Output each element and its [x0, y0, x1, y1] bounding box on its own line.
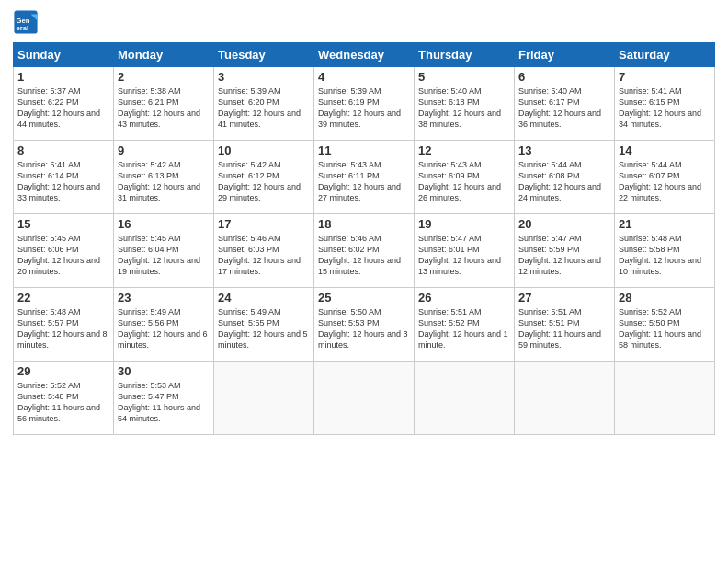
- week-row-2: 8Sunrise: 5:41 AM Sunset: 6:14 PM Daylig…: [14, 141, 715, 214]
- day-number: 2: [118, 70, 210, 84]
- day-cell: 9Sunrise: 5:42 AM Sunset: 6:13 PM Daylig…: [114, 141, 214, 214]
- day-cell: 7Sunrise: 5:41 AM Sunset: 6:15 PM Daylig…: [615, 67, 715, 141]
- day-cell: [515, 362, 615, 435]
- day-cell: 6Sunrise: 5:40 AM Sunset: 6:17 PM Daylig…: [515, 67, 615, 141]
- day-info: Sunrise: 5:43 AM Sunset: 6:09 PM Dayligh…: [418, 159, 510, 204]
- day-number: 9: [118, 144, 210, 157]
- day-number: 13: [518, 144, 610, 157]
- day-cell: 2Sunrise: 5:38 AM Sunset: 6:21 PM Daylig…: [114, 67, 214, 141]
- week-row-4: 22Sunrise: 5:48 AM Sunset: 5:57 PM Dayli…: [14, 288, 715, 362]
- calendar-table: SundayMondayTuesdayWednesdayThursdayFrid…: [13, 42, 715, 435]
- day-cell: 17Sunrise: 5:46 AM Sunset: 6:03 PM Dayli…: [214, 214, 314, 288]
- day-info: Sunrise: 5:48 AM Sunset: 5:57 PM Dayligh…: [17, 306, 109, 351]
- day-info: Sunrise: 5:46 AM Sunset: 6:03 PM Dayligh…: [218, 233, 310, 278]
- day-info: Sunrise: 5:42 AM Sunset: 6:13 PM Dayligh…: [118, 159, 210, 204]
- day-cell: 21Sunrise: 5:48 AM Sunset: 5:58 PM Dayli…: [615, 214, 715, 288]
- day-number: 8: [17, 144, 109, 157]
- day-cell: 19Sunrise: 5:47 AM Sunset: 6:01 PM Dayli…: [415, 214, 515, 288]
- day-info: Sunrise: 5:53 AM Sunset: 5:47 PM Dayligh…: [118, 380, 210, 425]
- day-cell: 10Sunrise: 5:42 AM Sunset: 6:12 PM Dayli…: [214, 141, 314, 214]
- day-info: Sunrise: 5:44 AM Sunset: 6:07 PM Dayligh…: [619, 159, 711, 204]
- day-info: Sunrise: 5:39 AM Sunset: 6:20 PM Dayligh…: [218, 86, 310, 131]
- day-number: 10: [218, 144, 310, 157]
- day-cell: [415, 362, 515, 435]
- day-number: 29: [17, 364, 109, 378]
- col-header-wednesday: Wednesday: [314, 43, 415, 67]
- logo: Gen eral: [13, 9, 41, 35]
- day-number: 15: [17, 217, 109, 231]
- day-number: 16: [118, 217, 210, 231]
- day-number: 28: [619, 291, 711, 304]
- day-cell: 8Sunrise: 5:41 AM Sunset: 6:14 PM Daylig…: [14, 141, 114, 214]
- day-cell: [314, 362, 415, 435]
- day-cell: [214, 362, 314, 435]
- day-number: 3: [218, 70, 310, 84]
- day-number: 27: [518, 291, 610, 304]
- day-info: Sunrise: 5:40 AM Sunset: 6:17 PM Dayligh…: [518, 86, 610, 131]
- day-number: 25: [318, 291, 410, 304]
- day-number: 6: [518, 70, 610, 84]
- day-number: 18: [318, 217, 410, 231]
- day-info: Sunrise: 5:39 AM Sunset: 6:19 PM Dayligh…: [318, 86, 410, 131]
- col-header-thursday: Thursday: [415, 43, 515, 67]
- day-cell: 3Sunrise: 5:39 AM Sunset: 6:20 PM Daylig…: [214, 67, 314, 141]
- calendar-container: Gen eral SundayMondayTuesdayWednesdayThu…: [0, 0, 728, 444]
- day-cell: 13Sunrise: 5:44 AM Sunset: 6:08 PM Dayli…: [515, 141, 615, 214]
- day-number: 11: [318, 144, 410, 157]
- day-info: Sunrise: 5:51 AM Sunset: 5:51 PM Dayligh…: [518, 306, 610, 351]
- week-row-5: 29Sunrise: 5:52 AM Sunset: 5:48 PM Dayli…: [14, 362, 715, 435]
- day-number: 7: [619, 70, 711, 84]
- day-number: 14: [619, 144, 711, 157]
- day-info: Sunrise: 5:49 AM Sunset: 5:55 PM Dayligh…: [218, 306, 310, 351]
- col-header-friday: Friday: [515, 43, 615, 67]
- day-cell: 23Sunrise: 5:49 AM Sunset: 5:56 PM Dayli…: [114, 288, 214, 362]
- day-cell: 16Sunrise: 5:45 AM Sunset: 6:04 PM Dayli…: [114, 214, 214, 288]
- col-header-tuesday: Tuesday: [214, 43, 314, 67]
- day-number: 12: [418, 144, 510, 157]
- day-info: Sunrise: 5:45 AM Sunset: 6:06 PM Dayligh…: [17, 233, 109, 278]
- day-cell: 30Sunrise: 5:53 AM Sunset: 5:47 PM Dayli…: [114, 362, 214, 435]
- day-cell: 14Sunrise: 5:44 AM Sunset: 6:07 PM Dayli…: [615, 141, 715, 214]
- day-cell: 22Sunrise: 5:48 AM Sunset: 5:57 PM Dayli…: [14, 288, 114, 362]
- day-cell: 24Sunrise: 5:49 AM Sunset: 5:55 PM Dayli…: [214, 288, 314, 362]
- day-number: 22: [17, 291, 109, 304]
- day-number: 23: [118, 291, 210, 304]
- day-info: Sunrise: 5:47 AM Sunset: 6:01 PM Dayligh…: [418, 233, 510, 278]
- col-header-saturday: Saturday: [615, 43, 715, 67]
- day-cell: 25Sunrise: 5:50 AM Sunset: 5:53 PM Dayli…: [314, 288, 415, 362]
- day-cell: 12Sunrise: 5:43 AM Sunset: 6:09 PM Dayli…: [415, 141, 515, 214]
- day-number: 26: [418, 291, 510, 304]
- day-info: Sunrise: 5:51 AM Sunset: 5:52 PM Dayligh…: [418, 306, 510, 351]
- col-header-sunday: Sunday: [14, 43, 114, 67]
- day-info: Sunrise: 5:50 AM Sunset: 5:53 PM Dayligh…: [318, 306, 410, 351]
- day-number: 24: [218, 291, 310, 304]
- week-row-3: 15Sunrise: 5:45 AM Sunset: 6:06 PM Dayli…: [14, 214, 715, 288]
- day-info: Sunrise: 5:43 AM Sunset: 6:11 PM Dayligh…: [318, 159, 410, 204]
- day-info: Sunrise: 5:52 AM Sunset: 5:50 PM Dayligh…: [619, 306, 711, 351]
- day-info: Sunrise: 5:41 AM Sunset: 6:15 PM Dayligh…: [619, 86, 711, 131]
- day-cell: 20Sunrise: 5:47 AM Sunset: 5:59 PM Dayli…: [515, 214, 615, 288]
- day-cell: [615, 362, 715, 435]
- day-number: 17: [218, 217, 310, 231]
- day-info: Sunrise: 5:47 AM Sunset: 5:59 PM Dayligh…: [518, 233, 610, 278]
- day-info: Sunrise: 5:37 AM Sunset: 6:22 PM Dayligh…: [17, 86, 109, 131]
- day-number: 5: [418, 70, 510, 84]
- day-cell: 26Sunrise: 5:51 AM Sunset: 5:52 PM Dayli…: [415, 288, 515, 362]
- header: Gen eral: [13, 9, 715, 35]
- svg-text:eral: eral: [17, 24, 29, 32]
- day-cell: 11Sunrise: 5:43 AM Sunset: 6:11 PM Dayli…: [314, 141, 415, 214]
- col-header-monday: Monday: [114, 43, 214, 67]
- day-cell: 27Sunrise: 5:51 AM Sunset: 5:51 PM Dayli…: [515, 288, 615, 362]
- logo-icon: Gen eral: [13, 9, 39, 35]
- day-info: Sunrise: 5:38 AM Sunset: 6:21 PM Dayligh…: [118, 86, 210, 131]
- day-number: 4: [318, 70, 410, 84]
- day-number: 19: [418, 217, 510, 231]
- day-cell: 28Sunrise: 5:52 AM Sunset: 5:50 PM Dayli…: [615, 288, 715, 362]
- day-info: Sunrise: 5:48 AM Sunset: 5:58 PM Dayligh…: [619, 233, 711, 278]
- day-number: 20: [518, 217, 610, 231]
- day-info: Sunrise: 5:44 AM Sunset: 6:08 PM Dayligh…: [518, 159, 610, 204]
- day-cell: 4Sunrise: 5:39 AM Sunset: 6:19 PM Daylig…: [314, 67, 415, 141]
- day-info: Sunrise: 5:40 AM Sunset: 6:18 PM Dayligh…: [418, 86, 510, 131]
- day-info: Sunrise: 5:42 AM Sunset: 6:12 PM Dayligh…: [218, 159, 310, 204]
- day-info: Sunrise: 5:49 AM Sunset: 5:56 PM Dayligh…: [118, 306, 210, 351]
